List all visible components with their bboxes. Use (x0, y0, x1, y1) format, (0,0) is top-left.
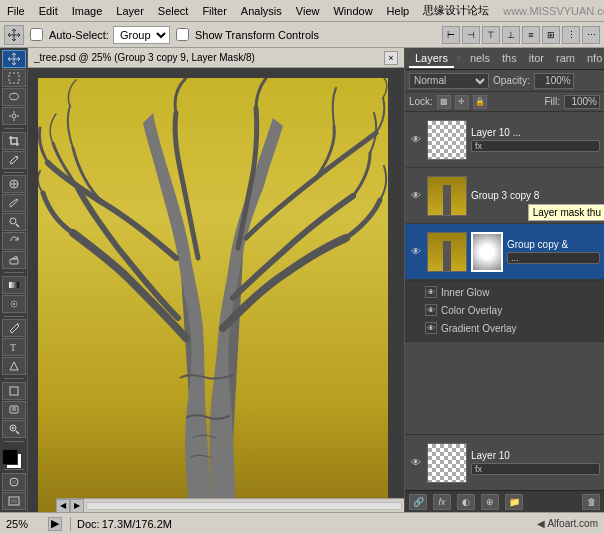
menu-forum[interactable]: 思缘设计论坛 (416, 1, 496, 20)
shape-tool[interactable] (2, 382, 26, 400)
blend-mode-dropdown[interactable]: Normal Multiply Screen (409, 73, 489, 89)
opacity-input[interactable] (534, 73, 574, 89)
eyedropper-tool[interactable] (2, 151, 26, 169)
move-tool-icon[interactable] (4, 25, 24, 45)
magic-wand-tool[interactable] (2, 107, 26, 125)
distribute-v-icon[interactable]: ⋯ (582, 26, 600, 44)
eraser-tool[interactable] (2, 251, 26, 269)
menu-help[interactable]: Help (380, 3, 417, 19)
link-layers-icon[interactable]: 🔗 (409, 494, 427, 510)
layer-bottom-item[interactable]: 👁 Layer 10 fx (405, 434, 604, 490)
canvas-close-button[interactable]: × (384, 51, 398, 65)
menu-filter[interactable]: Filter (195, 3, 233, 19)
align-center-h-icon[interactable]: ⊣ (462, 26, 480, 44)
alignment-icons: ⊢ ⊣ ⊤ ⊥ ≡ ⊞ ⋮ ⋯ (442, 26, 600, 44)
tool-separator-6 (4, 441, 24, 442)
tab-paths[interactable]: ths (496, 50, 523, 68)
add-mask-icon[interactable]: ◐ (457, 494, 475, 510)
layer-visibility-toggle[interactable]: 👁 (409, 189, 423, 203)
tab-actions[interactable]: ram (550, 50, 581, 68)
effect-visibility-color-overlay[interactable]: 👁 (425, 304, 437, 316)
menu-view[interactable]: View (289, 3, 327, 19)
menu-edit[interactable]: Edit (32, 3, 65, 19)
menu-select[interactable]: Select (151, 3, 196, 19)
new-adjustment-icon[interactable]: ⊕ (481, 494, 499, 510)
auto-select-dropdown[interactable]: Group Layer (113, 26, 170, 44)
right-panel: Layers × nels ths itor ram nfo ▶ Normal … (404, 48, 604, 512)
move-tool[interactable] (2, 50, 26, 68)
layer-item-selected[interactable]: 👁 Group copy & ... Layer mask thu (405, 224, 604, 280)
align-top-icon[interactable]: ⊥ (502, 26, 520, 44)
tab-layers[interactable]: Layers (409, 50, 454, 68)
new-group-icon[interactable]: 📁 (505, 494, 523, 510)
heal-tool[interactable] (2, 175, 26, 193)
layer-thumbnail (427, 120, 467, 160)
tool-separator-1 (4, 128, 24, 129)
zoom-info-button[interactable]: ▶ (48, 517, 62, 531)
tree-image: Alfoart.com (38, 78, 388, 512)
fill-label: Fill: (544, 96, 560, 107)
transform-checkbox[interactable] (176, 28, 189, 41)
align-bottom-icon[interactable]: ⊞ (542, 26, 560, 44)
zoom-tool[interactable] (2, 420, 26, 438)
layer-name: Group copy & (507, 239, 600, 250)
scroll-right-button[interactable]: ▶ (70, 499, 84, 513)
pen-tool[interactable] (2, 319, 26, 337)
marquee-tool[interactable] (2, 69, 26, 87)
menu-window[interactable]: Window (326, 3, 379, 19)
align-center-v-icon[interactable]: ≡ (522, 26, 540, 44)
lock-all-icon[interactable]: 🔒 (473, 95, 487, 109)
menu-file[interactable]: File (0, 3, 32, 19)
canvas-content[interactable]: Alfoart.com ◀ ▶ (28, 68, 404, 512)
canvas-title: _tree.psd @ 25% (Group 3 copy 9, Layer M… (34, 52, 255, 63)
effect-visibility-inner-glow[interactable]: 👁 (425, 286, 437, 298)
lasso-tool[interactable] (2, 88, 26, 106)
fill-input[interactable] (564, 95, 600, 109)
svg-rect-12 (10, 259, 18, 264)
blur-tool[interactable] (2, 295, 26, 313)
quick-mask-tool[interactable] (2, 473, 26, 491)
menu-analysis[interactable]: Analysis (234, 3, 289, 19)
menu-image[interactable]: Image (65, 3, 110, 19)
layer-thumbnail (427, 443, 467, 483)
layer-visibility-toggle[interactable]: 👁 (409, 456, 423, 470)
lock-move-icon[interactable]: ✛ (455, 95, 469, 109)
layer-visibility-toggle[interactable]: 👁 (409, 133, 423, 147)
main-area: T _tree.psd @ 25% (Group 3 c (0, 48, 604, 512)
foreground-color-swatch[interactable] (2, 449, 18, 465)
status-bar: 25% ▶ Doc: 17.3M/176.2M ◀ Alfoart.com (0, 512, 604, 534)
auto-select-checkbox[interactable] (30, 28, 43, 41)
tab-history[interactable]: itor (523, 50, 550, 68)
scroll-left-button[interactable]: ◀ (56, 499, 70, 513)
align-right-icon[interactable]: ⊤ (482, 26, 500, 44)
gradient-tool[interactable] (2, 276, 26, 294)
layer-visibility-toggle[interactable]: 👁 (409, 245, 423, 259)
layer-item[interactable]: 👁 Layer 10 ... fx (405, 112, 604, 168)
effect-visibility-gradient-overlay[interactable]: 👁 (425, 322, 437, 334)
delete-layer-icon[interactable]: 🗑 (582, 494, 600, 510)
notes-tool[interactable] (2, 401, 26, 419)
svg-rect-29 (11, 499, 17, 503)
tab-info[interactable]: nfo (581, 50, 604, 68)
effects-section: 👁 Inner Glow 👁 Color Overlay 👁 Gradient … (405, 280, 604, 342)
blend-mode-bar: Normal Multiply Screen Opacity: (405, 70, 604, 92)
add-fx-icon[interactable]: fx (433, 494, 451, 510)
brush-tool[interactable] (2, 194, 26, 212)
path-selection-tool[interactable] (2, 357, 26, 375)
svg-rect-13 (9, 282, 19, 288)
lock-pixels-icon[interactable]: ▩ (437, 95, 451, 109)
color-swatches[interactable] (2, 449, 26, 466)
align-left-icon[interactable]: ⊢ (442, 26, 460, 44)
history-brush-tool[interactable] (2, 232, 26, 250)
tool-separator-5 (4, 378, 24, 379)
menu-layer[interactable]: Layer (109, 3, 151, 19)
type-tool[interactable]: T (2, 338, 26, 356)
distribute-h-icon[interactable]: ⋮ (562, 26, 580, 44)
crop-tool[interactable] (2, 132, 26, 150)
clone-stamp-tool[interactable] (2, 213, 26, 231)
layer-fx-badge: ... (507, 252, 600, 264)
tab-channels[interactable]: nels (464, 50, 496, 68)
screen-mode-tool[interactable] (2, 492, 26, 510)
layer-name: Layer 10 (471, 450, 600, 461)
layer-mask-tooltip: Layer mask thu (528, 204, 604, 221)
